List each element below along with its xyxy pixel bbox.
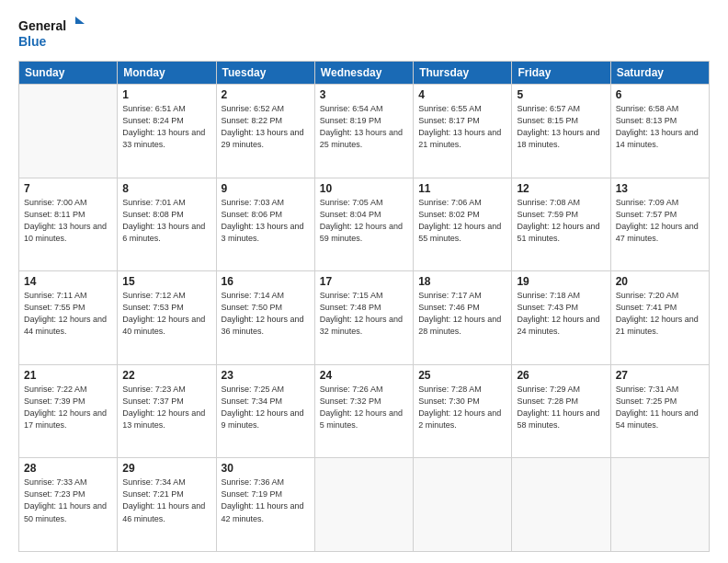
day-number: 12 xyxy=(517,182,605,195)
day-number: 23 xyxy=(222,369,310,382)
day-info: Sunrise: 7:05 AMSunset: 8:04 PMDaylight:… xyxy=(320,197,408,245)
day-number: 5 xyxy=(517,88,605,101)
calendar-week-3: 21Sunrise: 7:22 AMSunset: 7:39 PMDayligh… xyxy=(19,364,710,458)
day-info: Sunrise: 7:23 AMSunset: 7:37 PMDaylight:… xyxy=(122,384,210,431)
calendar-cell: 6Sunrise: 6:58 AMSunset: 8:13 PMDaylight… xyxy=(610,85,709,178)
day-info: Sunrise: 7:28 AMSunset: 7:30 PMDaylight:… xyxy=(418,384,506,431)
calendar-table: Sunday Monday Tuesday Wednesday Thursday… xyxy=(18,61,710,552)
day-info: Sunrise: 6:57 AMSunset: 8:15 PMDaylight:… xyxy=(517,103,605,151)
calendar-cell: 14Sunrise: 7:11 AMSunset: 7:55 PMDayligh… xyxy=(19,271,118,365)
day-info: Sunrise: 7:00 AMSunset: 8:11 PMDaylight:… xyxy=(24,197,112,245)
svg-text:General: General xyxy=(18,18,66,33)
calendar-cell xyxy=(610,458,709,552)
day-info: Sunrise: 6:52 AMSunset: 8:22 PMDaylight:… xyxy=(222,103,310,151)
day-info: Sunrise: 7:17 AMSunset: 7:46 PMDaylight:… xyxy=(418,290,506,338)
day-info: Sunrise: 7:01 AMSunset: 8:08 PMDaylight:… xyxy=(122,197,210,245)
calendar-cell: 20Sunrise: 7:20 AMSunset: 7:41 PMDayligh… xyxy=(610,271,709,365)
day-info: Sunrise: 7:12 AMSunset: 7:53 PMDaylight:… xyxy=(122,290,210,338)
day-number: 24 xyxy=(320,369,408,382)
day-number: 27 xyxy=(616,369,704,382)
day-number: 21 xyxy=(24,369,112,382)
calendar-cell: 4Sunrise: 6:55 AMSunset: 8:17 PMDaylight… xyxy=(414,85,512,178)
day-info: Sunrise: 7:22 AMSunset: 7:39 PMDaylight:… xyxy=(24,384,112,431)
day-info: Sunrise: 7:31 AMSunset: 7:25 PMDaylight:… xyxy=(616,384,704,431)
calendar-cell: 8Sunrise: 7:01 AMSunset: 8:08 PMDaylight… xyxy=(118,178,216,271)
calendar-cell: 9Sunrise: 7:03 AMSunset: 8:06 PMDaylight… xyxy=(216,178,314,271)
day-number: 17 xyxy=(320,275,408,288)
day-number: 11 xyxy=(418,182,506,195)
day-info: Sunrise: 6:51 AMSunset: 8:24 PMDaylight:… xyxy=(122,103,210,151)
svg-text:Blue: Blue xyxy=(18,34,47,49)
day-info: Sunrise: 7:18 AMSunset: 7:43 PMDaylight:… xyxy=(517,290,605,338)
day-info: Sunrise: 6:55 AMSunset: 8:17 PMDaylight:… xyxy=(418,103,506,151)
calendar-cell: 15Sunrise: 7:12 AMSunset: 7:53 PMDayligh… xyxy=(118,271,216,365)
col-wednesday: Wednesday xyxy=(314,62,413,85)
day-number: 26 xyxy=(517,369,605,382)
calendar-cell: 17Sunrise: 7:15 AMSunset: 7:48 PMDayligh… xyxy=(314,271,413,365)
calendar-cell: 11Sunrise: 7:06 AMSunset: 8:02 PMDayligh… xyxy=(414,178,512,271)
day-info: Sunrise: 7:20 AMSunset: 7:41 PMDaylight:… xyxy=(616,290,704,338)
calendar-cell: 12Sunrise: 7:08 AMSunset: 7:59 PMDayligh… xyxy=(512,178,610,271)
day-number: 1 xyxy=(122,88,210,101)
day-number: 19 xyxy=(517,275,605,288)
col-friday: Friday xyxy=(512,62,610,85)
calendar-cell: 26Sunrise: 7:29 AMSunset: 7:28 PMDayligh… xyxy=(512,364,610,458)
calendar-week-4: 28Sunrise: 7:33 AMSunset: 7:23 PMDayligh… xyxy=(19,458,710,552)
day-number: 10 xyxy=(320,182,408,195)
calendar-cell: 16Sunrise: 7:14 AMSunset: 7:50 PMDayligh… xyxy=(216,271,314,365)
day-number: 13 xyxy=(616,182,704,195)
logo-svg: General Blue xyxy=(18,15,85,52)
day-info: Sunrise: 7:26 AMSunset: 7:32 PMDaylight:… xyxy=(320,384,408,431)
calendar-cell: 1Sunrise: 6:51 AMSunset: 8:24 PMDaylight… xyxy=(118,85,216,178)
day-number: 2 xyxy=(222,88,310,101)
day-info: Sunrise: 7:25 AMSunset: 7:34 PMDaylight:… xyxy=(222,384,310,431)
day-info: Sunrise: 7:03 AMSunset: 8:06 PMDaylight:… xyxy=(222,197,310,245)
day-info: Sunrise: 7:34 AMSunset: 7:21 PMDaylight:… xyxy=(122,477,210,524)
calendar-cell: 22Sunrise: 7:23 AMSunset: 7:37 PMDayligh… xyxy=(118,364,216,458)
day-number: 28 xyxy=(24,462,112,475)
day-number: 18 xyxy=(418,275,506,288)
day-info: Sunrise: 7:33 AMSunset: 7:23 PMDaylight:… xyxy=(24,477,112,524)
calendar-week-2: 14Sunrise: 7:11 AMSunset: 7:55 PMDayligh… xyxy=(19,271,710,365)
day-info: Sunrise: 7:08 AMSunset: 7:59 PMDaylight:… xyxy=(517,197,605,245)
day-number: 9 xyxy=(222,182,310,195)
calendar-cell: 29Sunrise: 7:34 AMSunset: 7:21 PMDayligh… xyxy=(118,458,216,552)
day-info: Sunrise: 7:11 AMSunset: 7:55 PMDaylight:… xyxy=(24,290,112,338)
day-info: Sunrise: 7:36 AMSunset: 7:19 PMDaylight:… xyxy=(222,477,310,524)
day-info: Sunrise: 7:15 AMSunset: 7:48 PMDaylight:… xyxy=(320,290,408,338)
calendar-cell: 3Sunrise: 6:54 AMSunset: 8:19 PMDaylight… xyxy=(314,85,413,178)
day-number: 16 xyxy=(222,275,310,288)
day-info: Sunrise: 7:06 AMSunset: 8:02 PMDaylight:… xyxy=(418,197,506,245)
calendar-cell: 23Sunrise: 7:25 AMSunset: 7:34 PMDayligh… xyxy=(216,364,314,458)
day-info: Sunrise: 7:29 AMSunset: 7:28 PMDaylight:… xyxy=(517,384,605,431)
logo: General Blue xyxy=(18,15,85,52)
calendar-week-1: 7Sunrise: 7:00 AMSunset: 8:11 PMDaylight… xyxy=(19,178,710,271)
day-info: Sunrise: 6:58 AMSunset: 8:13 PMDaylight:… xyxy=(616,103,704,151)
day-number: 15 xyxy=(122,275,210,288)
calendar-cell: 30Sunrise: 7:36 AMSunset: 7:19 PMDayligh… xyxy=(216,458,314,552)
calendar-cell: 7Sunrise: 7:00 AMSunset: 8:11 PMDaylight… xyxy=(19,178,118,271)
calendar-cell: 10Sunrise: 7:05 AMSunset: 8:04 PMDayligh… xyxy=(314,178,413,271)
col-sunday: Sunday xyxy=(19,62,118,85)
col-tuesday: Tuesday xyxy=(216,62,314,85)
header-row: Sunday Monday Tuesday Wednesday Thursday… xyxy=(19,62,710,85)
calendar-cell xyxy=(314,458,413,552)
calendar-cell: 28Sunrise: 7:33 AMSunset: 7:23 PMDayligh… xyxy=(19,458,118,552)
calendar-cell xyxy=(512,458,610,552)
calendar-cell: 27Sunrise: 7:31 AMSunset: 7:25 PMDayligh… xyxy=(610,364,709,458)
col-monday: Monday xyxy=(118,62,216,85)
svg-marker-1 xyxy=(75,17,85,24)
day-number: 3 xyxy=(320,88,408,101)
day-number: 25 xyxy=(418,369,506,382)
calendar-cell: 24Sunrise: 7:26 AMSunset: 7:32 PMDayligh… xyxy=(314,364,413,458)
day-number: 6 xyxy=(616,88,704,101)
col-thursday: Thursday xyxy=(414,62,512,85)
calendar-cell: 13Sunrise: 7:09 AMSunset: 7:57 PMDayligh… xyxy=(610,178,709,271)
header: General Blue xyxy=(18,15,710,52)
day-number: 4 xyxy=(418,88,506,101)
calendar-cell: 19Sunrise: 7:18 AMSunset: 7:43 PMDayligh… xyxy=(512,271,610,365)
day-info: Sunrise: 7:09 AMSunset: 7:57 PMDaylight:… xyxy=(616,197,704,245)
day-number: 14 xyxy=(24,275,112,288)
day-info: Sunrise: 7:14 AMSunset: 7:50 PMDaylight:… xyxy=(222,290,310,338)
calendar-cell: 21Sunrise: 7:22 AMSunset: 7:39 PMDayligh… xyxy=(19,364,118,458)
